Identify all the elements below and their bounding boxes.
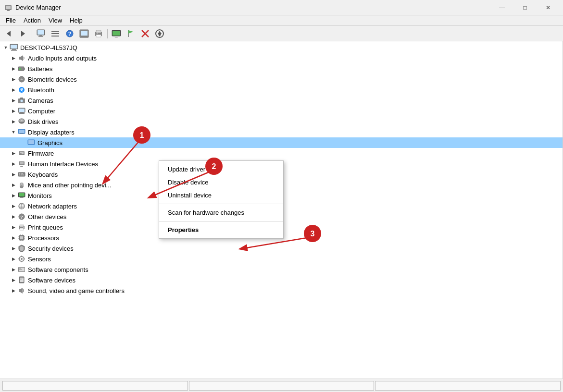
menu-file[interactable]: File xyxy=(2,16,20,25)
svg-rect-87 xyxy=(20,228,24,230)
mice-label: Mice and other pointing devi... xyxy=(28,182,111,189)
biometric-toggle[interactable]: ▶ xyxy=(10,75,17,83)
download-icon-btn[interactable] xyxy=(153,27,166,40)
list-icon-btn[interactable] xyxy=(49,27,62,40)
tree-item-batteries[interactable]: ▶ Batteries xyxy=(0,63,563,74)
svg-rect-9 xyxy=(51,31,59,32)
display-toggle[interactable]: ▼ xyxy=(10,128,17,136)
toolbar-separator-2 xyxy=(107,29,108,38)
display-label: Display adapters xyxy=(28,129,75,136)
tree-item-audio[interactable]: ▶ Audio inputs and outputs xyxy=(0,53,563,63)
menu-view[interactable]: View xyxy=(45,16,66,25)
tree-item-graphics[interactable]: Graphics xyxy=(0,137,563,148)
tree-item-security[interactable]: ▶ Security devices xyxy=(0,243,563,254)
window-title: Device Manager xyxy=(15,4,491,11)
print-icon xyxy=(17,223,26,232)
tree-item-software-dev[interactable]: ▶ Software devices xyxy=(0,275,563,285)
menu-help[interactable]: Help xyxy=(66,16,87,25)
tree-root[interactable]: ▼ DESKTOP-4L537JQ xyxy=(0,42,563,53)
svg-point-53 xyxy=(21,120,23,122)
remove-icon-btn[interactable] xyxy=(138,27,152,40)
print-toggle[interactable]: ▶ xyxy=(10,223,17,231)
minimize-button[interactable]: — xyxy=(491,0,513,15)
tree-item-sound[interactable]: ▶ Sound, video and game controllers xyxy=(0,285,563,296)
software-dev-toggle[interactable]: ▶ xyxy=(10,276,17,284)
tree-item-disk[interactable]: ▶ Disk drives xyxy=(0,116,563,127)
ctx-properties[interactable]: Properties xyxy=(159,223,283,236)
cameras-label: Cameras xyxy=(28,97,53,104)
sensors-label: Sensors xyxy=(28,256,51,263)
ctx-uninstall-device[interactable]: Uninstall device xyxy=(159,189,283,202)
audio-toggle[interactable]: ▶ xyxy=(10,54,17,62)
network-toggle[interactable]: ▶ xyxy=(10,202,17,210)
tree-item-bluetooth[interactable]: ▶ Bluetooth xyxy=(0,85,563,95)
mice-toggle[interactable]: ▶ xyxy=(10,181,17,189)
sound-toggle[interactable]: ▶ xyxy=(10,287,17,294)
computer-icon xyxy=(10,43,18,52)
software-comp-label: Software components xyxy=(28,266,88,273)
print-icon-btn[interactable] xyxy=(92,27,105,40)
forward-button[interactable] xyxy=(16,27,30,40)
tree-item-display[interactable]: ▼ Display adapters xyxy=(0,127,563,137)
cameras-toggle[interactable]: ▶ xyxy=(10,97,17,104)
back-button[interactable] xyxy=(2,27,15,40)
bluetooth-toggle[interactable]: ▶ xyxy=(10,86,17,94)
disk-toggle[interactable]: ▶ xyxy=(10,118,17,125)
svg-rect-107 xyxy=(19,269,21,269)
ctx-disable-device[interactable]: Disable device xyxy=(159,176,283,189)
security-toggle[interactable]: ▶ xyxy=(10,245,17,252)
svg-marker-23 xyxy=(114,37,118,37)
tree-item-cameras[interactable]: ▶ Cameras xyxy=(0,95,563,106)
batteries-toggle[interactable]: ▶ xyxy=(10,65,17,73)
details-icon-btn[interactable] xyxy=(77,27,91,40)
svg-rect-50 xyxy=(19,113,25,114)
audio-label: Audio inputs and outputs xyxy=(28,55,97,62)
other-toggle[interactable]: ▶ xyxy=(10,213,17,220)
keyboards-icon xyxy=(17,170,26,179)
other-label: Other devices xyxy=(28,213,66,220)
processors-toggle[interactable]: ▶ xyxy=(10,234,17,242)
help-icon-btn[interactable]: ? xyxy=(63,27,76,40)
tree-item-biometric[interactable]: ▶ Biometric devices xyxy=(0,74,563,85)
biometric-label: Biometric devices xyxy=(28,76,77,83)
tree-item-computer[interactable]: ▶ Computer xyxy=(0,106,563,116)
status-segment-3 xyxy=(375,381,561,391)
computer-tree-icon xyxy=(17,107,26,115)
maximize-button[interactable]: □ xyxy=(514,0,536,15)
svg-rect-61 xyxy=(20,153,21,154)
computer-toggle[interactable]: ▶ xyxy=(10,107,17,115)
svg-rect-49 xyxy=(20,112,24,113)
svg-rect-108 xyxy=(19,270,22,270)
monitors-toggle[interactable]: ▶ xyxy=(10,192,17,199)
root-toggle[interactable]: ▼ xyxy=(2,44,10,51)
ctx-update-driver[interactable]: Update driver xyxy=(159,163,283,176)
svg-rect-72 xyxy=(23,175,24,176)
svg-rect-1 xyxy=(6,6,11,9)
svg-rect-37 xyxy=(19,57,21,60)
ctx-scan-hardware[interactable]: Scan for hardware changes xyxy=(159,206,283,219)
bluetooth-icon xyxy=(17,86,26,94)
svg-text:?: ? xyxy=(68,31,72,37)
flag-icon-btn[interactable] xyxy=(124,27,138,40)
tree-item-firmware[interactable]: ▶ Firmware xyxy=(0,148,563,159)
status-segment-1 xyxy=(2,381,188,391)
svg-rect-68 xyxy=(21,173,22,174)
firmware-toggle[interactable]: ▶ xyxy=(10,149,17,157)
tree-item-sensors[interactable]: ▶ Sensors xyxy=(0,254,563,264)
svg-rect-20 xyxy=(97,33,98,34)
svg-rect-22 xyxy=(113,31,120,36)
computer-icon-btn[interactable] xyxy=(34,27,48,40)
keyboards-toggle[interactable]: ▶ xyxy=(10,171,17,178)
menu-action[interactable]: Action xyxy=(20,16,45,25)
svg-rect-18 xyxy=(96,30,101,33)
sensors-toggle[interactable]: ▶ xyxy=(10,255,17,263)
monitor-icon-btn[interactable] xyxy=(110,27,123,40)
hid-label: Human Interface Devices xyxy=(28,160,98,168)
close-button[interactable]: ✕ xyxy=(537,0,559,15)
batteries-icon xyxy=(17,64,26,73)
software-comp-toggle[interactable]: ▶ xyxy=(10,266,17,273)
hid-toggle[interactable]: ▶ xyxy=(10,160,17,168)
svg-rect-70 xyxy=(19,175,20,176)
title-bar: Device Manager — □ ✕ xyxy=(0,0,563,15)
tree-item-software-comp[interactable]: ▶ Software components xyxy=(0,264,563,275)
